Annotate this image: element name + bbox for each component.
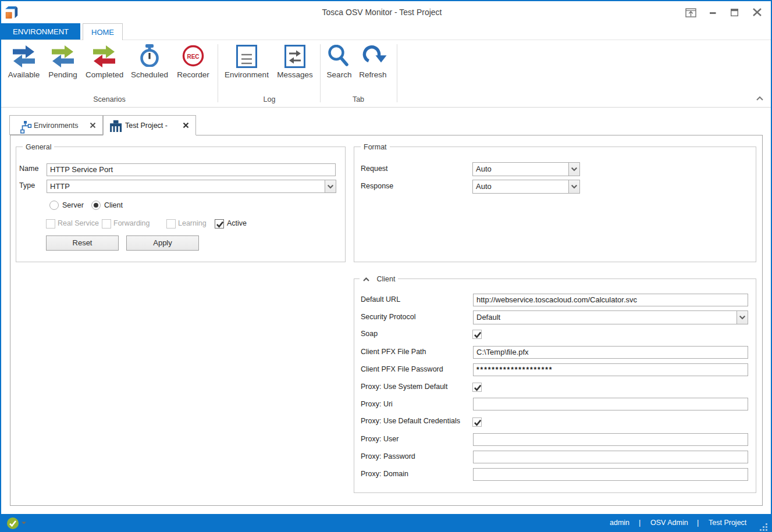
svg-text:REC: REC: [187, 53, 199, 60]
